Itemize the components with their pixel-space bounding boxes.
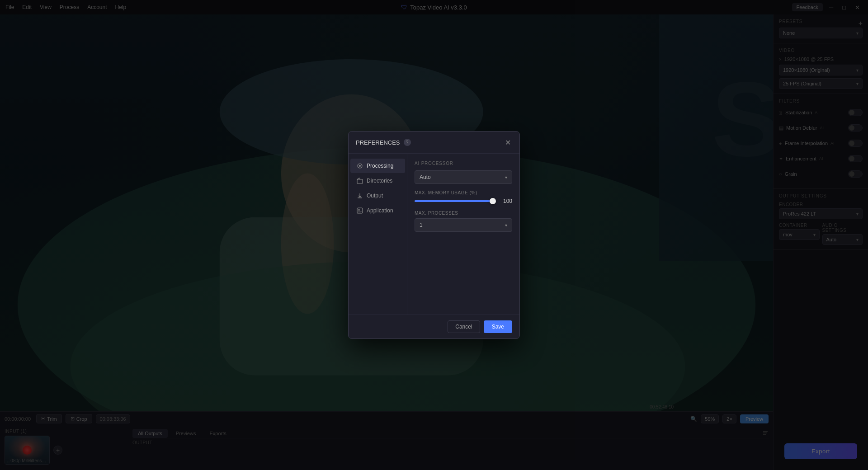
preferences-body: Processing Directories xyxy=(349,154,519,315)
preferences-overlay[interactable]: PREFERENCES ? ✕ Processing xyxy=(0,0,868,470)
memory-value: 100 xyxy=(500,198,512,204)
svg-rect-16 xyxy=(357,208,363,213)
output-nav-icon xyxy=(357,193,363,199)
nav-directories[interactable]: Directories xyxy=(350,174,405,188)
preferences-title: PREFERENCES ? xyxy=(356,139,411,146)
preferences-dialog: PREFERENCES ? ✕ Processing xyxy=(348,131,520,339)
directories-nav-icon xyxy=(357,178,363,184)
preferences-close-button[interactable]: ✕ xyxy=(503,138,512,147)
svg-rect-15 xyxy=(358,197,362,198)
memory-slider[interactable] xyxy=(415,200,495,202)
application-nav-icon xyxy=(357,207,363,214)
svg-rect-18 xyxy=(358,211,362,212)
ai-processor-dropdown[interactable]: Auto ▾ xyxy=(415,170,512,184)
svg-point-13 xyxy=(359,165,361,167)
preferences-header: PREFERENCES ? ✕ xyxy=(349,132,519,154)
svg-rect-19 xyxy=(358,212,361,212)
preferences-content: AI PROCESSOR Auto ▾ MAX. MEMORY USAGE (%… xyxy=(407,154,519,315)
processing-nav-icon xyxy=(357,163,363,169)
ai-processor-title: AI PROCESSOR xyxy=(415,161,512,166)
nav-processing[interactable]: Processing xyxy=(350,159,405,173)
svg-rect-17 xyxy=(358,209,360,211)
preferences-help-button[interactable]: ? xyxy=(404,139,411,146)
cancel-button[interactable]: Cancel xyxy=(448,320,480,333)
max-memory-label: MAX. MEMORY USAGE (%) xyxy=(415,190,512,195)
svg-rect-14 xyxy=(357,179,363,183)
preferences-nav: Processing Directories xyxy=(349,154,407,315)
nav-output[interactable]: Output xyxy=(350,188,405,203)
max-processes-dropdown[interactable]: 1 ▾ xyxy=(415,218,512,232)
max-processes-label: MAX. PROCESSES xyxy=(415,211,512,216)
memory-slider-thumb[interactable] xyxy=(490,198,496,204)
save-button[interactable]: Save xyxy=(484,320,512,333)
memory-slider-row: 100 xyxy=(415,198,512,204)
nav-application[interactable]: Application xyxy=(350,203,405,218)
preferences-footer: Cancel Save xyxy=(349,315,519,338)
memory-slider-fill xyxy=(415,200,495,202)
ai-processor-arrow: ▾ xyxy=(505,175,507,180)
max-processes-arrow: ▾ xyxy=(505,223,507,228)
